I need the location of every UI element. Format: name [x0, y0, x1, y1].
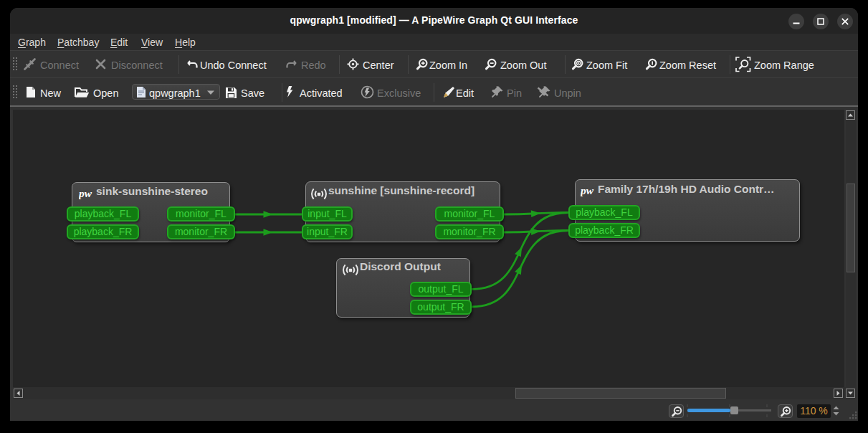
svg-text:pw: pw	[79, 187, 92, 199]
svg-text:pw: pw	[581, 184, 594, 196]
